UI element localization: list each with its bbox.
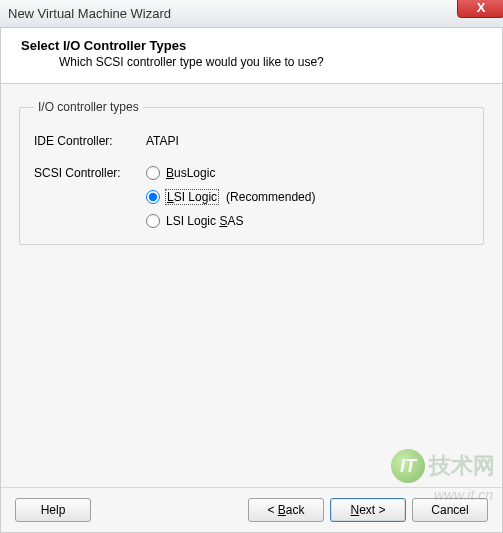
scsi-row-buslogic: SCSI Controller: BusLogic	[34, 166, 469, 180]
header-subtitle: Which SCSI controller type would you lik…	[59, 55, 482, 69]
radio-lsilogic-label[interactable]: LSI Logic	[166, 190, 218, 204]
back-button[interactable]: < Back	[248, 498, 324, 522]
radio-lsilogic-sas[interactable]	[146, 214, 160, 228]
wizard-header: Select I/O Controller Types Which SCSI c…	[1, 28, 502, 84]
footer: Help < Back Next > Cancel	[1, 487, 502, 532]
scsi-row-lsilogic-sas: LSI Logic SAS	[146, 214, 469, 228]
window-title: New Virtual Machine Wizard	[8, 6, 171, 21]
content-area: I/O controller types IDE Controller: ATA…	[1, 84, 502, 487]
cancel-button[interactable]: Cancel	[412, 498, 488, 522]
recommended-text: (Recommended)	[226, 190, 315, 204]
help-button[interactable]: Help	[15, 498, 91, 522]
radio-lsilogic[interactable]	[146, 190, 160, 204]
ide-value: ATAPI	[146, 134, 179, 148]
next-button[interactable]: Next >	[330, 498, 406, 522]
scsi-row-lsilogic: LSI Logic (Recommended)	[146, 190, 469, 204]
scsi-label: SCSI Controller:	[34, 166, 146, 180]
titlebar: New Virtual Machine Wizard X	[0, 0, 503, 28]
ide-label: IDE Controller:	[34, 134, 146, 148]
close-icon: X	[477, 0, 486, 15]
group-legend: I/O controller types	[34, 100, 143, 114]
ide-row: IDE Controller: ATAPI	[34, 134, 469, 148]
io-controller-group: I/O controller types IDE Controller: ATA…	[19, 100, 484, 245]
header-title: Select I/O Controller Types	[21, 38, 482, 53]
radio-lsilogic-sas-label[interactable]: LSI Logic SAS	[166, 214, 243, 228]
close-button[interactable]: X	[457, 0, 503, 18]
radio-buslogic-label[interactable]: BusLogic	[166, 166, 215, 180]
radio-buslogic[interactable]	[146, 166, 160, 180]
window-body: Select I/O Controller Types Which SCSI c…	[0, 28, 503, 533]
